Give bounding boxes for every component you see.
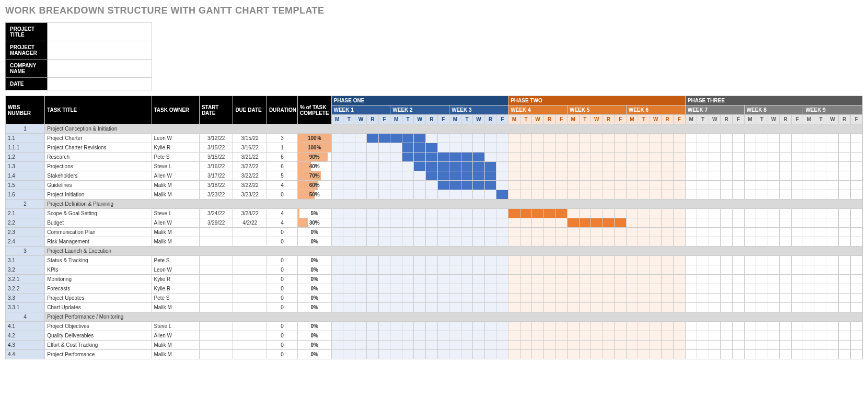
- gantt-cell[interactable]: [343, 209, 355, 218]
- due-date-cell[interactable]: [233, 303, 267, 312]
- gantt-cell[interactable]: [449, 350, 461, 359]
- gantt-cell[interactable]: [343, 265, 355, 275]
- gantt-cell[interactable]: [532, 265, 544, 275]
- wbs-cell[interactable]: 2: [6, 200, 45, 209]
- gantt-cell[interactable]: [697, 153, 709, 162]
- wbs-cell[interactable]: 1: [6, 124, 45, 134]
- task-row[interactable]: 3.2.1MonitoringKylie R00%: [6, 275, 863, 284]
- wbs-cell[interactable]: 2.4: [6, 237, 45, 247]
- gantt-cell[interactable]: [674, 218, 686, 228]
- gantt-cell[interactable]: [674, 228, 686, 237]
- gantt-cell[interactable]: [355, 190, 367, 200]
- gantt-cell[interactable]: [355, 134, 367, 143]
- gantt-cell[interactable]: [343, 341, 355, 350]
- gantt-cell[interactable]: [591, 322, 603, 331]
- gantt-cell[interactable]: [697, 181, 709, 190]
- duration-cell[interactable]: 0: [267, 284, 297, 294]
- gantt-cell[interactable]: [650, 294, 662, 303]
- gantt-cell[interactable]: [414, 237, 426, 247]
- gantt-cell[interactable]: [827, 294, 839, 303]
- gantt-cell[interactable]: [543, 228, 555, 237]
- gantt-cell[interactable]: [815, 218, 827, 228]
- duration-cell[interactable]: 0: [267, 228, 297, 237]
- gantt-cell[interactable]: [674, 190, 686, 200]
- gantt-cell[interactable]: [850, 284, 862, 294]
- gantt-cell[interactable]: [532, 284, 544, 294]
- gantt-cell[interactable]: [378, 341, 390, 350]
- gantt-cell[interactable]: [650, 153, 662, 162]
- gantt-cell[interactable]: [756, 181, 768, 190]
- gantt-cell[interactable]: [850, 181, 862, 190]
- gantt-cell[interactable]: [685, 331, 697, 341]
- gantt-cell[interactable]: [343, 322, 355, 331]
- gantt-cell[interactable]: [791, 275, 803, 284]
- gantt-cell[interactable]: [496, 341, 508, 350]
- gantt-cell[interactable]: [567, 209, 579, 218]
- gantt-cell[interactable]: [555, 181, 568, 190]
- gantt-cell[interactable]: [378, 256, 390, 265]
- task-owner-cell[interactable]: Steve L: [152, 162, 199, 171]
- gantt-cell[interactable]: [756, 153, 768, 162]
- gantt-cell[interactable]: [850, 218, 862, 228]
- gantt-cell[interactable]: [378, 228, 390, 237]
- gantt-cell[interactable]: [496, 228, 508, 237]
- gantt-cell[interactable]: [402, 331, 414, 341]
- gantt-cell[interactable]: [331, 143, 343, 153]
- gantt-cell[interactable]: [496, 265, 508, 275]
- gantt-cell[interactable]: [367, 134, 379, 143]
- gantt-cell[interactable]: [461, 237, 473, 247]
- gantt-cell[interactable]: [638, 143, 650, 153]
- gantt-cell[interactable]: [367, 171, 379, 181]
- gantt-cell[interactable]: [850, 143, 862, 153]
- gantt-cell[interactable]: [768, 322, 780, 331]
- gantt-cell[interactable]: [508, 143, 520, 153]
- gantt-cell[interactable]: [721, 209, 733, 218]
- gantt-cell[interactable]: [674, 303, 686, 312]
- gantt-cell[interactable]: [331, 209, 343, 218]
- gantt-cell[interactable]: [496, 256, 508, 265]
- task-row[interactable]: 2.3Communication PlanMalik M00%: [6, 228, 863, 237]
- gantt-cell[interactable]: [815, 162, 827, 171]
- section-title-cell[interactable]: Project Launch & Execution: [45, 247, 863, 256]
- gantt-cell[interactable]: [733, 341, 745, 350]
- gantt-cell[interactable]: [591, 256, 603, 265]
- gantt-cell[interactable]: [709, 322, 721, 331]
- wbs-cell[interactable]: 4: [6, 312, 45, 322]
- gantt-cell[interactable]: [815, 331, 827, 341]
- gantt-cell[interactable]: [615, 294, 627, 303]
- gantt-cell[interactable]: [543, 237, 555, 247]
- gantt-cell[interactable]: [768, 143, 780, 153]
- gantt-cell[interactable]: [744, 237, 756, 247]
- gantt-cell[interactable]: [473, 284, 485, 294]
- gantt-cell[interactable]: [615, 303, 627, 312]
- gantt-cell[interactable]: [414, 322, 426, 331]
- gantt-cell[interactable]: [615, 171, 627, 181]
- gantt-cell[interactable]: [709, 143, 721, 153]
- gantt-cell[interactable]: [815, 341, 827, 350]
- gantt-cell[interactable]: [437, 275, 449, 284]
- gantt-cell[interactable]: [721, 181, 733, 190]
- section-title-cell[interactable]: Project Performance / Monitoring: [45, 312, 863, 322]
- gantt-cell[interactable]: [626, 153, 638, 162]
- gantt-cell[interactable]: [791, 294, 803, 303]
- gantt-cell[interactable]: [815, 228, 827, 237]
- gantt-cell[interactable]: [850, 209, 862, 218]
- gantt-cell[interactable]: [615, 341, 627, 350]
- gantt-cell[interactable]: [532, 171, 544, 181]
- gantt-cell[interactable]: [650, 237, 662, 247]
- gantt-cell[interactable]: [638, 303, 650, 312]
- gantt-cell[interactable]: [473, 341, 485, 350]
- gantt-cell[interactable]: [331, 171, 343, 181]
- task-owner-cell[interactable]: Malik M: [152, 350, 199, 359]
- gantt-cell[interactable]: [674, 209, 686, 218]
- gantt-cell[interactable]: [603, 218, 615, 228]
- gantt-cell[interactable]: [567, 284, 579, 294]
- gantt-cell[interactable]: [674, 134, 686, 143]
- gantt-cell[interactable]: [355, 303, 367, 312]
- gantt-cell[interactable]: [331, 303, 343, 312]
- gantt-cell[interactable]: [437, 190, 449, 200]
- task-title-cell[interactable]: Budget: [45, 218, 152, 228]
- gantt-cell[interactable]: [449, 143, 461, 153]
- gantt-cell[interactable]: [803, 350, 815, 359]
- gantt-cell[interactable]: [355, 143, 367, 153]
